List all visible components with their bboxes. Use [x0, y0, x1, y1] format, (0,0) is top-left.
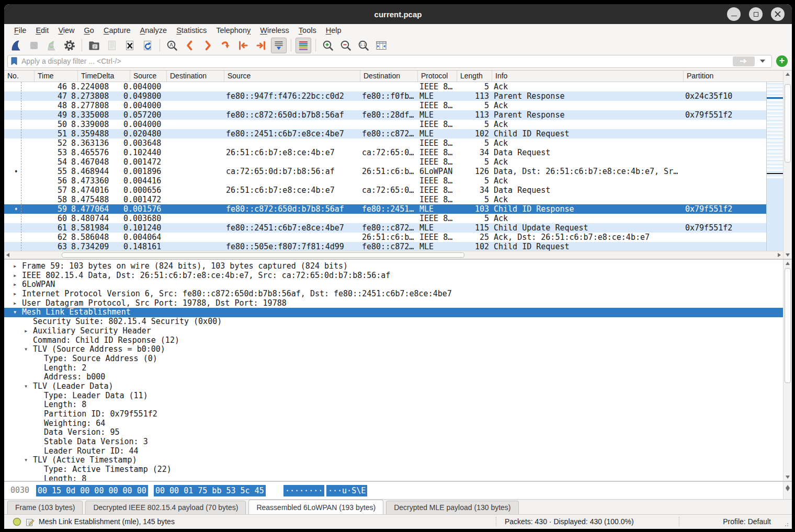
scroll-right-arrow[interactable]	[776, 251, 783, 259]
packet-row[interactable]: 63 8.734209 0.148161 fe80::505e:f807:7f8…	[4, 242, 792, 251]
column-header[interactable]: Info	[492, 71, 507, 82]
zoom-in-icon[interactable]	[320, 38, 336, 53]
go-to-packet-icon[interactable]	[218, 38, 233, 53]
go-forward-icon[interactable]	[200, 38, 215, 53]
packet-row[interactable]: 56 8.473360 0.004416 IEEE 8… 5 Ack	[4, 176, 792, 186]
go-back-icon[interactable]	[182, 38, 198, 53]
capture-start-icon[interactable]	[8, 38, 24, 53]
packet-detail-row[interactable]: ▸ IEEE 802.15.4 Data, Dst: 26:51:c6:b7:e…	[4, 271, 783, 281]
packet-detail-row[interactable]: Stable Data Version: 3	[4, 437, 783, 447]
zoom-original-icon[interactable]: 1:1	[356, 38, 371, 53]
packet-detail-row[interactable]: ▸ Internet Protocol Version 6, Src: fe80…	[4, 290, 783, 299]
column-header[interactable]: Source	[130, 71, 156, 82]
hscroll-thumb[interactable]	[62, 252, 464, 258]
scroll-up-arrow[interactable]	[783, 71, 792, 78]
menu-item[interactable]: View	[53, 26, 79, 35]
capture-stop-icon[interactable]	[26, 38, 42, 53]
find-packet-icon[interactable]: A	[164, 38, 180, 53]
menu-item[interactable]: Help	[321, 26, 346, 35]
reload-icon[interactable]	[140, 38, 155, 53]
packet-detail-row[interactable]: Type: Leader Data (11)	[4, 391, 783, 401]
menu-item[interactable]: Go	[80, 26, 99, 35]
scroll-thumb[interactable]	[785, 84, 791, 163]
maximize-button[interactable]	[749, 7, 763, 21]
packet-row[interactable]: 48 8.277808 0.004000 IEEE 8… 5 Ack	[4, 101, 792, 110]
packet-detail-row[interactable]: Security Suite: 802.15.4 Security (0x00)	[4, 317, 783, 327]
packet-minimap[interactable]	[766, 82, 783, 251]
resize-columns-icon[interactable]	[373, 38, 389, 53]
menu-item[interactable]: Analyze	[135, 26, 172, 35]
packet-row[interactable]: 60 8.480744 0.003680 IEEE 8… 5 Ack	[4, 214, 792, 223]
packet-row[interactable]: 53 8.465576 0.102440 26:51:c6:b7:e8:ce:4…	[4, 148, 792, 157]
expand-arrow-icon[interactable]: ▾	[24, 345, 28, 354]
details-vscrollbar[interactable]	[783, 260, 792, 481]
expand-arrow-icon[interactable]: ▸	[13, 280, 17, 290]
add-filter-button[interactable]: +	[776, 55, 788, 67]
scroll-down-arrow[interactable]	[783, 485, 792, 492]
scroll-thumb[interactable]	[785, 268, 791, 383]
packet-detail-row[interactable]: ▾ TLV (Leader Data)	[4, 382, 783, 391]
column-header[interactable]: Time	[34, 71, 54, 82]
file-open-icon[interactable]	[86, 38, 102, 53]
colorize-icon[interactable]	[296, 38, 311, 53]
profile-status[interactable]: Profile: Default	[723, 517, 771, 526]
packet-detail-row[interactable]: ▾ Mesh Link Establishment	[4, 308, 783, 317]
packet-detail-row[interactable]: ▾ TLV (Active Timestamp)	[4, 456, 783, 465]
column-header[interactable]: No.	[4, 71, 19, 82]
capture-comment-icon[interactable]	[25, 517, 35, 528]
packet-detail-row[interactable]: Address: b000	[4, 373, 783, 382]
packet-detail-row[interactable]: Length: 8	[4, 475, 783, 481]
expand-arrow-icon[interactable]: ▾	[13, 308, 17, 317]
bytes-tab[interactable]: Reassembled 6LoWPAN (193 bytes)	[248, 500, 383, 514]
capture-restart-icon[interactable]	[44, 38, 60, 53]
packet-detail-row[interactable]: ▸ User Datagram Protocol, Src Port: 1978…	[4, 299, 783, 308]
packet-row[interactable]: 57 8.474016 0.000656 26:51:c6:b7:e8:ce:4…	[4, 186, 792, 195]
hex-vscrollbar[interactable]	[783, 482, 792, 499]
menu-item[interactable]: Statistics	[172, 26, 211, 35]
packet-detail-row[interactable]: Length: 2	[4, 364, 783, 373]
filter-dropdown-caret[interactable]	[760, 60, 765, 63]
packet-row[interactable]: 46 8.224008 0.004000 IEEE 8… 5 Ack	[4, 82, 792, 91]
hex-bytes-selected[interactable]: 00 00 01 75 bb 53 5c 45	[154, 485, 266, 496]
display-filter-input[interactable]: Apply a display filter ... <Ctrl-/>	[7, 55, 772, 68]
go-first-icon[interactable]	[235, 38, 251, 53]
expand-arrow-icon[interactable]: ▸	[13, 271, 17, 281]
packet-detail-row[interactable]: Data Version: 95	[4, 428, 783, 437]
expand-arrow-icon[interactable]: ▸	[13, 290, 17, 299]
title-bar[interactable]: current.pcap	[4, 4, 792, 24]
packet-detail-row[interactable]: Type: Active Timestamp (22)	[4, 465, 783, 475]
packet-row[interactable]: 54 8.467048 0.001472 IEEE 8… 5 Ack	[4, 157, 792, 167]
auto-scroll-icon[interactable]	[271, 38, 287, 53]
packet-list-header[interactable]: No.TimeTimeDeltaSourceDestinationSourceD…	[4, 71, 792, 82]
zoom-out-icon[interactable]	[338, 38, 354, 53]
column-header[interactable]: Destination	[166, 71, 207, 82]
menu-item[interactable]: Wireless	[255, 26, 294, 35]
scroll-up-arrow[interactable]	[783, 260, 792, 267]
packet-detail-row[interactable]: Partition ID: 0x79f551f2	[4, 410, 783, 419]
packet-detail-row[interactable]: ▸ 6LoWPAN	[4, 280, 783, 290]
packet-detail-row[interactable]: ▸ Auxiliary Security Header	[4, 327, 783, 336]
capture-options-icon[interactable]	[62, 38, 77, 53]
close-button[interactable]	[771, 7, 785, 21]
packet-row[interactable]: 58 8.475488 0.001472 IEEE 8… 5 Ack	[4, 195, 792, 204]
expand-arrow-icon[interactable]: ▾	[24, 382, 28, 391]
scroll-left-arrow[interactable]	[4, 251, 12, 259]
column-header[interactable]: Destination	[360, 71, 400, 82]
menu-item[interactable]: Tools	[294, 26, 321, 35]
expand-arrow-icon[interactable]: ▸	[13, 262, 17, 271]
packet-detail-row[interactable]: Length: 8	[4, 400, 783, 410]
file-close-icon[interactable]	[122, 38, 138, 53]
packet-row[interactable]: 49 8.335008 0.057200 fe80::c872:650d:b7b…	[4, 110, 792, 120]
bookmark-icon[interactable]	[10, 56, 18, 66]
packet-bytes-pane[interactable]: 0030 00 15 0d 00 00 00 00 00 00 00 01 75…	[4, 481, 792, 499]
packet-row[interactable]: 61 8.581984 0.101240 fe80::2451:c6b7:e8c…	[4, 223, 792, 233]
column-header[interactable]: Partition	[683, 71, 713, 82]
packet-row[interactable]: ♦ 59 8.477064 0.001576 fe80::c872:650d:b…	[4, 204, 792, 214]
packet-detail-row[interactable]: ▾ TLV (Source Address = b0:00)	[4, 345, 783, 354]
packet-detail-row[interactable]: Leader Router ID: 44	[4, 447, 783, 456]
column-header[interactable]: TimeDelta	[77, 71, 114, 82]
packet-list-hscrollbar[interactable]	[4, 251, 783, 259]
packet-row[interactable]: 52 8.363136 0.003648 IEEE 8… 5 Ack	[4, 138, 792, 148]
column-header[interactable]: Protocol	[417, 71, 448, 82]
bytes-tab[interactable]: Frame (103 bytes)	[7, 501, 83, 514]
